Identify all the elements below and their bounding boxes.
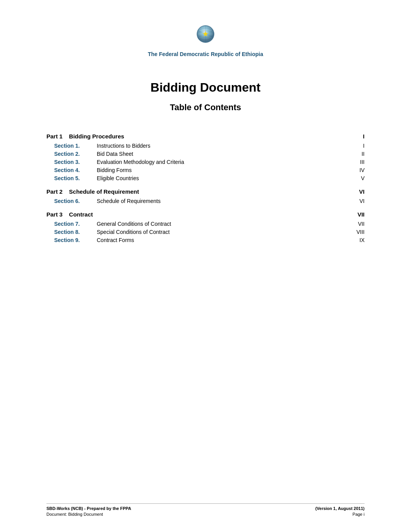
part1-page: I bbox=[349, 133, 365, 140]
section7-page: VII bbox=[349, 221, 365, 227]
part2-label: Part 2 Schedule of Requirement bbox=[46, 188, 139, 195]
part3-row: Part 3 Contract VII bbox=[46, 211, 365, 218]
section9-row: Section 9. Contract Forms IX bbox=[46, 237, 365, 243]
footer-bottom-row: Document: Bidding Document Page i bbox=[46, 512, 365, 517]
section3-desc: Evaluation Methodology and Criteria bbox=[97, 159, 349, 165]
section7-row: Section 7. General Conditions of Contrac… bbox=[46, 221, 365, 227]
ethiopia-emblem-icon bbox=[192, 23, 219, 46]
section8-num: Section 8. bbox=[54, 229, 97, 235]
section1-page: I bbox=[349, 143, 365, 149]
section6-desc: Schedule of Requirements bbox=[97, 198, 349, 204]
section3-row: Section 3. Evaluation Methodology and Cr… bbox=[46, 159, 365, 165]
section2-num: Section 2. bbox=[54, 151, 97, 157]
section8-desc: Special Conditions of Contract bbox=[97, 229, 349, 235]
section5-row: Section 5. Eligible Countries V bbox=[46, 175, 365, 181]
org-name: The Federal Democratic Republic of Ethio… bbox=[148, 51, 263, 57]
section7-desc: General Conditions of Contract bbox=[97, 221, 349, 227]
header: The Federal Democratic Republic of Ethio… bbox=[46, 23, 365, 57]
part2-row: Part 2 Schedule of Requirement VI bbox=[46, 188, 365, 195]
part3-label: Part 3 Contract bbox=[46, 211, 93, 218]
section6-num: Section 6. bbox=[54, 198, 97, 204]
section4-row: Section 4. Bidding Forms IV bbox=[46, 167, 365, 173]
section8-row: Section 8. Special Conditions of Contrac… bbox=[46, 229, 365, 235]
main-title: Bidding Document bbox=[46, 80, 365, 95]
section1-row: Section 1. Instructions to Bidders I bbox=[46, 143, 365, 149]
footer-right-bottom: Page i bbox=[353, 512, 365, 517]
section3-page: III bbox=[349, 159, 365, 165]
toc-content: Part 1 Bidding Procedures I Section 1. I… bbox=[46, 126, 365, 501]
section9-num: Section 9. bbox=[54, 237, 97, 243]
section2-desc: Bid Data Sheet bbox=[97, 151, 349, 157]
footer-right-top: (Version 1, August 2011) bbox=[315, 506, 365, 511]
section2-page: II bbox=[349, 151, 365, 157]
section7-num: Section 7. bbox=[54, 221, 97, 227]
logo-container bbox=[192, 23, 219, 48]
section9-desc: Contract Forms bbox=[97, 237, 349, 243]
section6-row: Section 6. Schedule of Requirements VI bbox=[46, 198, 365, 204]
footer-left-bottom: Document: Bidding Document bbox=[46, 512, 103, 517]
part2-page: VI bbox=[349, 188, 365, 195]
section5-page: V bbox=[349, 175, 365, 181]
footer: SBD-Works (NCB) - Prepared by the FPPA (… bbox=[46, 503, 365, 517]
section6-page: VI bbox=[349, 198, 365, 204]
part1-row: Part 1 Bidding Procedures I bbox=[46, 133, 365, 140]
section9-page: IX bbox=[349, 237, 365, 243]
section8-page: VIII bbox=[349, 229, 365, 235]
footer-left-top: SBD-Works (NCB) - Prepared by the FPPA bbox=[46, 506, 131, 511]
section4-desc: Bidding Forms bbox=[97, 167, 349, 173]
toc-title: Table of Contents bbox=[46, 102, 365, 113]
footer-top-row: SBD-Works (NCB) - Prepared by the FPPA (… bbox=[46, 506, 365, 511]
section3-num: Section 3. bbox=[54, 159, 97, 165]
part3-page: VII bbox=[349, 211, 365, 218]
section5-desc: Eligible Countries bbox=[97, 175, 349, 181]
section5-num: Section 5. bbox=[54, 175, 97, 181]
part1-label: Part 1 Bidding Procedures bbox=[46, 133, 124, 140]
page: The Federal Democratic Republic of Ethio… bbox=[0, 0, 411, 532]
section4-page: IV bbox=[349, 167, 365, 173]
section4-num: Section 4. bbox=[54, 167, 97, 173]
section2-row: Section 2. Bid Data Sheet II bbox=[46, 151, 365, 157]
section1-num: Section 1. bbox=[54, 143, 97, 149]
section1-desc: Instructions to Bidders bbox=[97, 143, 349, 149]
